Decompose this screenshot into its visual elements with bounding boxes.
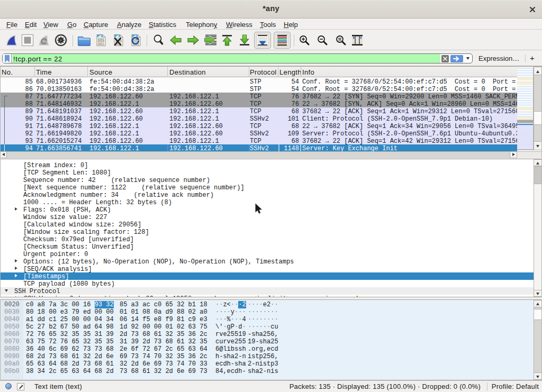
svg-text:0011: 0011 [98,43,104,45]
